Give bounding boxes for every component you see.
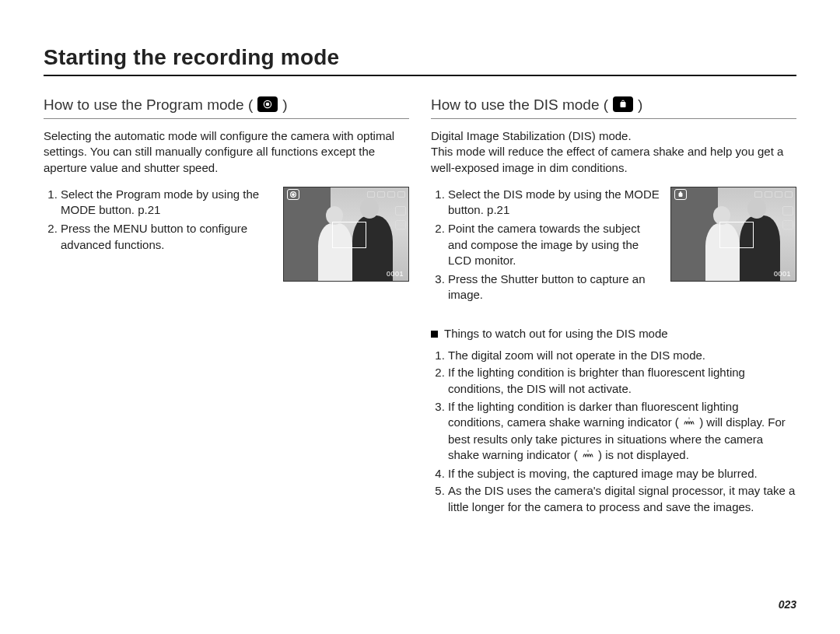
program-steps-row: Select the Program mode by using the MOD… bbox=[44, 187, 409, 282]
list-item: Select the DIS mode by using the MODE bu… bbox=[448, 187, 660, 219]
left-column: How to use the Program mode ( ) Selectin… bbox=[44, 96, 409, 517]
lcd-status-icon bbox=[775, 191, 782, 198]
lcd-mode-badge-icon bbox=[674, 189, 687, 200]
manual-page: Starting the recording mode How to use t… bbox=[0, 0, 840, 634]
list-item: If the lighting condition is brighter th… bbox=[448, 365, 796, 397]
program-mode-icon bbox=[257, 96, 278, 112]
list-item: Select the Program mode by using the MOD… bbox=[61, 187, 272, 219]
lcd-side-icon bbox=[782, 206, 793, 215]
lcd-side-icon bbox=[395, 206, 406, 215]
list-item: The digital zoom will not operate in the… bbox=[448, 348, 796, 364]
camera-shake-icon bbox=[581, 447, 595, 464]
heading-text-suffix: ) bbox=[638, 96, 642, 114]
list-item: As the DIS uses the camera's digital sig… bbox=[448, 483, 796, 515]
svg-point-1 bbox=[267, 103, 270, 106]
lcd-mode-badge-icon bbox=[287, 189, 299, 200]
list-item: Press the Shutter button to capture an i… bbox=[448, 271, 660, 303]
lcd-side-icon bbox=[782, 220, 793, 229]
heading-text-prefix: How to use the DIS mode ( bbox=[431, 96, 608, 114]
list-item: If the subject is moving, the captured i… bbox=[448, 466, 796, 482]
list-item: If the lighting condition is darker than… bbox=[448, 399, 796, 464]
heading-text-prefix: How to use the Program mode ( bbox=[44, 96, 253, 114]
dis-notes-heading: Things to watch out for using the DIS mo… bbox=[431, 327, 796, 340]
page-title: Starting the recording mode bbox=[44, 45, 796, 76]
right-column: How to use the DIS mode ( ) Digital Imag… bbox=[431, 96, 796, 517]
lcd-counter: 0001 bbox=[387, 270, 404, 278]
program-steps-list: Select the Program mode by using the MOD… bbox=[44, 187, 272, 256]
lcd-status-icon bbox=[387, 191, 395, 198]
dis-mode-heading: How to use the DIS mode ( ) bbox=[431, 96, 796, 119]
lcd-counter: 0001 bbox=[774, 270, 791, 278]
program-mode-heading: How to use the Program mode ( ) bbox=[44, 96, 409, 119]
dis-notes-list: The digital zoom will not operate in the… bbox=[431, 348, 796, 516]
dis-mode-icon bbox=[613, 96, 633, 112]
lcd-battery-icon bbox=[397, 191, 405, 198]
lcd-status-icon bbox=[765, 191, 772, 198]
list-item: Press the MENU button to configure advan… bbox=[61, 221, 272, 253]
program-mode-blurb: Selecting the automatic mode will config… bbox=[44, 128, 409, 176]
lcd-preview-program: 0001 bbox=[283, 187, 409, 282]
two-column-layout: How to use the Program mode ( ) Selectin… bbox=[44, 96, 796, 517]
heading-text-suffix: ) bbox=[282, 96, 287, 114]
camera-shake-icon bbox=[682, 415, 696, 431]
note-text-post: ) is not displayed. bbox=[598, 448, 689, 461]
dis-mode-blurb: Digital Image Stabilization (DIS) mode. … bbox=[431, 128, 796, 176]
lcd-status-icon bbox=[367, 191, 375, 198]
square-bullet-icon bbox=[431, 331, 438, 338]
lcd-side-icon bbox=[395, 220, 406, 229]
lcd-battery-icon bbox=[785, 191, 793, 198]
page-number: 023 bbox=[779, 598, 796, 611]
list-item: Point the camera towards the subject and… bbox=[448, 221, 660, 268]
lcd-status-icon bbox=[754, 191, 762, 198]
svg-point-3 bbox=[292, 194, 295, 196]
dis-steps-list: Select the DIS mode by using the MODE bu… bbox=[431, 187, 660, 306]
dis-steps-row: Select the DIS mode by using the MODE bu… bbox=[431, 187, 796, 306]
lcd-preview-dis: 0001 bbox=[670, 187, 796, 282]
lcd-status-icon bbox=[377, 191, 385, 198]
notes-heading-text: Things to watch out for using the DIS mo… bbox=[444, 327, 668, 340]
